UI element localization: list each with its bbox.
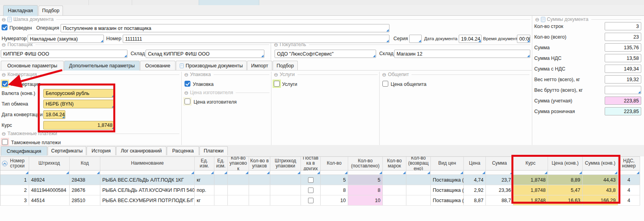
- conversion-date-field[interactable]: 18.04.24: [43, 110, 65, 119]
- services-checkbox[interactable]: [274, 81, 280, 87]
- filter-cell[interactable]: [548, 171, 583, 175]
- column-header-other-delivery[interactable]: Поставка в других: [301, 157, 321, 170]
- cell-name[interactable]: РЫБА ВЕС.СКУМБРИЯ ПОТР.ПОДК.Б/Г 1КГ КИПП…: [100, 195, 195, 205]
- column-header-vat-number[interactable]: НДС, номер: [618, 157, 640, 170]
- filter-cell[interactable]: [228, 171, 249, 175]
- cell-rate[interactable]: 1,8748: [513, 185, 548, 195]
- cell-other-delivery[interactable]: [301, 175, 321, 185]
- column-header-qty-in-pack[interactable]: Кол-во в упаков: [249, 157, 270, 170]
- cell-sum[interactable]: 88,7: [486, 195, 513, 205]
- cell-price-type[interactable]: Поставщика (с: [431, 185, 464, 195]
- cell-empty[interactable]: [406, 195, 431, 205]
- cell-code[interactable]: 28510: [70, 195, 100, 205]
- cell-empty[interactable]: [383, 185, 406, 195]
- cell-empty[interactable]: [383, 175, 406, 185]
- tab-scan-log[interactable]: Лог сканирований: [116, 146, 166, 155]
- cell-empty[interactable]: [214, 185, 228, 195]
- collapse-icon[interactable]: ⊖: [2, 72, 6, 77]
- posted-checkbox[interactable]: [2, 24, 7, 30]
- cell-sum-conv[interactable]: 44,43: [583, 175, 618, 185]
- filter-cell[interactable]: [464, 171, 486, 175]
- cell-qty-delivered[interactable]: 5: [348, 175, 383, 185]
- sort-icon[interactable]: [2, 161, 7, 166]
- filter-cell[interactable]: [0, 171, 29, 175]
- manufacturer-price-checkbox[interactable]: [185, 98, 190, 104]
- accounting-sum-field[interactable]: 223,85: [605, 97, 641, 105]
- packaging-checkbox[interactable]: [185, 81, 190, 87]
- catering-checkbox[interactable]: [382, 81, 388, 87]
- column-header-barcode[interactable]: Штрихкод: [29, 157, 70, 170]
- cell-vat-number[interactable]: 4: [618, 185, 640, 195]
- collapse-icon[interactable]: ⊖: [382, 72, 386, 77]
- cell-name[interactable]: РЫБА СЕЛЬДЬ АТЛ.КУСОЧКИ ПР/П 540Г КИППЕР: [100, 185, 195, 195]
- cell-empty[interactable]: [228, 195, 249, 205]
- filter-cell[interactable]: [321, 171, 348, 175]
- cell-price-conv[interactable]: 5,47: [548, 185, 583, 195]
- cell-empty[interactable]: [228, 175, 249, 185]
- cell-price-type[interactable]: Поставщика (с: [431, 195, 464, 205]
- cell-barcode[interactable]: 48924: [29, 175, 70, 185]
- filter-cell[interactable]: [249, 171, 270, 175]
- cell-qty-delivered[interactable]: 8: [348, 185, 383, 195]
- cell-price[interactable]: 4,74: [464, 175, 486, 185]
- cell-code[interactable]: 28676: [70, 185, 100, 195]
- conversion-checkbox[interactable]: [2, 81, 8, 87]
- cell-qty[interactable]: 8: [321, 185, 348, 195]
- column-header-sum-conv[interactable]: Сумма (конв.): [583, 157, 618, 170]
- column-header-sum[interactable]: Сумма: [486, 157, 513, 170]
- cell-empty[interactable]: [249, 195, 270, 205]
- cell-barcode[interactable]: 44514: [29, 195, 70, 205]
- collapse-icon[interactable]: ⊖: [535, 17, 539, 22]
- tab-history[interactable]: История: [87, 146, 116, 155]
- filter-cell[interactable]: [270, 171, 301, 175]
- tab-pricing[interactable]: Расценка: [167, 146, 199, 155]
- cell-empty[interactable]: [383, 195, 406, 205]
- column-header-qty-delivered[interactable]: Кол-во (поставлено): [348, 157, 383, 170]
- cell-line-number[interactable]: 1: [0, 175, 29, 185]
- cell-empty[interactable]: [249, 185, 270, 195]
- tab-certificates[interactable]: Сертификаты: [48, 146, 86, 155]
- cell-qty[interactable]: 5: [321, 175, 348, 185]
- cell-rate[interactable]: 1,8748: [513, 195, 548, 205]
- retail-sum-field[interactable]: 223,85: [605, 107, 641, 115]
- filter-cell[interactable]: [29, 171, 70, 175]
- customs-checkbox[interactable]: [2, 139, 8, 145]
- cell-empty[interactable]: [214, 195, 228, 205]
- table-row[interactable]: 1 48924 28438 РЫБА ВЕС.СЕЛЬДЬ АЛТ.ПОДК 1…: [0, 175, 640, 185]
- supplier-field[interactable]: КИППЕР ФИШ ООО: [1, 50, 127, 58]
- cell-empty[interactable]: [249, 175, 270, 185]
- sum-with-vat-field[interactable]: 149,34: [605, 65, 641, 73]
- cell-empty[interactable]: [406, 185, 431, 195]
- number-field[interactable]: 1111111: [123, 35, 389, 43]
- cell-other-delivery[interactable]: [301, 195, 321, 205]
- cell-price[interactable]: 8,87: [464, 195, 486, 205]
- filter-cell[interactable]: [406, 171, 431, 175]
- conversion-rate-field[interactable]: 1,8748: [43, 121, 115, 130]
- filter-cell[interactable]: [513, 171, 548, 175]
- cell-other-delivery[interactable]: [301, 185, 321, 195]
- sum-lines-count-field[interactable]: 3: [605, 22, 641, 30]
- collapse-icon[interactable]: ⊖: [2, 131, 6, 136]
- filter-cell[interactable]: [383, 171, 406, 175]
- collapse-icon[interactable]: ⊖: [184, 72, 188, 77]
- cell-sum[interactable]: 23,7: [486, 175, 513, 185]
- cell-qty-delivered[interactable]: 10: [348, 195, 383, 205]
- sum-vat-field[interactable]: 13,58: [605, 54, 641, 62]
- cell-sum-conv[interactable]: 43,8: [583, 185, 618, 195]
- tab-additional-params[interactable]: Дополнительные параметры: [64, 61, 140, 71]
- collapse-icon[interactable]: ⊖: [2, 17, 6, 22]
- cell-code[interactable]: 28438: [70, 175, 100, 185]
- cell-price-conv[interactable]: 16,63: [548, 195, 583, 205]
- column-header-qty-returned[interactable]: Кол-во (возвращено): [406, 157, 431, 170]
- filter-cell[interactable]: [486, 171, 513, 175]
- cell-line-number[interactable]: 2: [0, 185, 29, 195]
- cell-empty[interactable]: [270, 185, 301, 195]
- column-header-price[interactable]: Цена: [464, 157, 486, 170]
- table-row[interactable]: 2 4811944000584 28676 РЫБА СЕЛЬДЬ АТЛ.КУ…: [0, 185, 640, 195]
- sum-amount-field[interactable]: 135,76: [605, 43, 641, 52]
- doc-date-field[interactable]: 19.04.24: [459, 35, 482, 43]
- cell-unit[interactable]: кг: [195, 175, 214, 185]
- filter-cell[interactable]: [618, 171, 640, 175]
- cell-empty[interactable]: [270, 195, 301, 205]
- column-header-code[interactable]: Код: [70, 157, 100, 170]
